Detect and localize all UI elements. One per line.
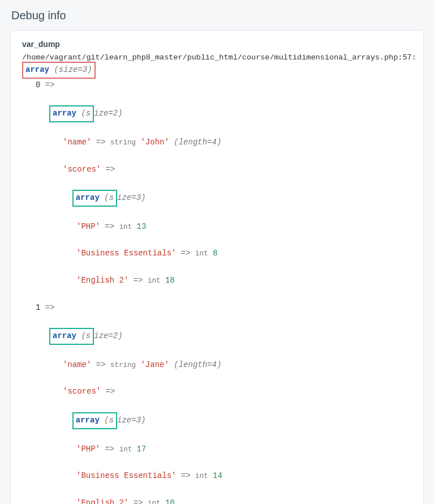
entry-1-score-2: 'English 2' => int 10 [22, 497, 412, 504]
vardump-output: array (size=3) 0 => array (size=2) 'name… [22, 62, 412, 504]
entry-0-score-0: 'PHP' => int 13 [22, 220, 412, 234]
highlight-entry-0-scores: array (s [72, 190, 117, 207]
entry-1-score-1: 'Business Essentials' => int 14 [22, 469, 412, 483]
page-root: Debug info var_dump /home/vagrant/git/le… [0, 0, 434, 504]
highlight-entry-1: array (s [49, 328, 94, 345]
page-title: Debug info [11, 9, 424, 22]
entry-0-score-2: 'English 2' => int 18 [22, 274, 412, 288]
entry-0-scores-key: 'scores' => [22, 163, 412, 177]
vardump-file-path: /home/vagrant/git/learn_php8_master/publ… [22, 53, 412, 62]
section-title-vardump: var_dump [22, 40, 412, 49]
root-size: (size=3) [54, 65, 92, 74]
entry-0-index: 0 => [22, 79, 412, 92]
entry-1-name: 'name' => string 'Jane' (length=4) [22, 358, 412, 372]
highlight-entry-1-scores: array (s [72, 412, 117, 429]
entry-1-scores-array: array (size=3) [22, 412, 412, 429]
kw-array: array [25, 65, 49, 74]
entry-0-scores-array: array (size=3) [22, 190, 412, 207]
entry-1-index: 1 => [22, 301, 412, 315]
entry-1-array: array (size=2) [22, 328, 412, 345]
entry-0-array: array (size=2) [22, 105, 412, 122]
entry-0-name: 'name' => string 'John' (length=4) [22, 136, 412, 150]
entry-1-scores-key: 'scores' => [22, 385, 412, 399]
highlight-root-array: array (size=3) [22, 62, 96, 79]
debug-panel: var_dump /home/vagrant/git/learn_php8_ma… [10, 30, 424, 504]
highlight-entry-0: array (s [49, 105, 94, 122]
entry-1-score-0: 'PHP' => int 17 [22, 443, 412, 456]
entry-0-score-1: 'Business Essentials' => int 8 [22, 247, 412, 260]
